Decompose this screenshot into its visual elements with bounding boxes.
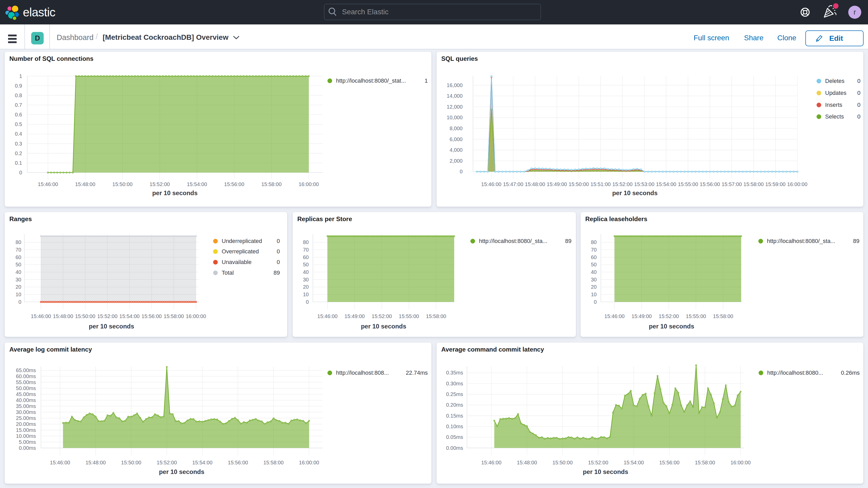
svg-text:35.00ms: 35.00ms [16, 403, 36, 409]
svg-text:15:49:00: 15:49:00 [547, 181, 567, 187]
svg-text:0: 0 [306, 299, 309, 305]
svg-text:0: 0 [460, 169, 463, 174]
svg-text:0.4: 0.4 [15, 131, 22, 137]
svg-text:per 10 seconds: per 10 seconds [159, 468, 205, 475]
svg-text:20: 20 [591, 284, 597, 290]
svg-text:15:48:00: 15:48:00 [53, 313, 73, 319]
svg-text:15:54:00: 15:54:00 [187, 181, 207, 187]
svg-text:6,000: 6,000 [450, 136, 463, 142]
svg-text:12,000: 12,000 [447, 104, 463, 110]
svg-text:15:52:00: 15:52:00 [97, 313, 118, 319]
svg-text:60: 60 [591, 254, 597, 260]
svg-text:15:59:00: 15:59:00 [765, 181, 786, 187]
svg-text:0: 0 [857, 90, 861, 96]
svg-text:10: 10 [591, 292, 597, 297]
svg-text:89: 89 [853, 238, 860, 244]
svg-text:80: 80 [591, 239, 597, 245]
svg-text:per 10 seconds: per 10 seconds [152, 189, 198, 196]
svg-text:Unavailable: Unavailable [222, 259, 252, 265]
svg-text:15.00ms: 15.00ms [16, 427, 36, 433]
svg-text:0.6: 0.6 [15, 112, 22, 118]
svg-text:50: 50 [303, 262, 309, 267]
svg-text:5.00ms: 5.00ms [19, 439, 36, 445]
svg-text:60: 60 [303, 254, 309, 260]
svg-text:15:48:00: 15:48:00 [525, 181, 545, 187]
svg-text:8,000: 8,000 [450, 125, 463, 131]
svg-text:0: 0 [277, 238, 280, 244]
svg-text:15:55:00: 15:55:00 [678, 181, 698, 187]
svg-text:15:54:00: 15:54:00 [192, 460, 213, 465]
svg-text:0.7: 0.7 [15, 102, 22, 108]
svg-text:30.00ms: 30.00ms [16, 409, 36, 415]
svg-text:30: 30 [303, 277, 309, 282]
svg-text:50: 50 [16, 262, 21, 267]
svg-text:0.5: 0.5 [15, 121, 22, 127]
svg-text:15:49:00: 15:49:00 [631, 313, 652, 319]
svg-text:30: 30 [16, 277, 21, 282]
svg-text:80: 80 [16, 239, 21, 245]
svg-text:14,000: 14,000 [447, 93, 463, 99]
svg-text:15:56:00: 15:56:00 [228, 460, 248, 465]
svg-text:per 10 seconds: per 10 seconds [89, 323, 134, 330]
svg-text:15:48:00: 15:48:00 [86, 460, 106, 465]
svg-text:40: 40 [303, 269, 309, 275]
svg-text:15:58:00: 15:58:00 [744, 181, 764, 187]
svg-text:20: 20 [303, 284, 309, 290]
svg-text:15:53:00: 15:53:00 [634, 181, 654, 187]
svg-text:0.8: 0.8 [15, 92, 22, 98]
svg-text:40: 40 [16, 269, 21, 275]
svg-text:0: 0 [594, 299, 597, 305]
svg-text:50.00ms: 50.00ms [16, 385, 36, 391]
svg-text:50: 50 [591, 262, 597, 267]
svg-text:Total: Total [222, 270, 234, 276]
svg-text:15:46:00: 15:46:00 [604, 313, 625, 319]
svg-text:15:58:00: 15:58:00 [261, 181, 282, 187]
svg-text:Deletes: Deletes [825, 78, 845, 84]
svg-text:15:47:00: 15:47:00 [503, 181, 523, 187]
svg-text:4,000: 4,000 [450, 147, 463, 153]
svg-text:15:48:00: 15:48:00 [75, 181, 95, 187]
svg-text:15:58:00: 15:58:00 [426, 313, 446, 319]
svg-text:15:48:00: 15:48:00 [517, 460, 537, 465]
svg-text:15:56:00: 15:56:00 [142, 313, 162, 319]
svg-text:0.35ms: 0.35ms [446, 370, 463, 375]
svg-text:0.10ms: 0.10ms [446, 424, 463, 429]
svg-text:15:55:00: 15:55:00 [399, 313, 419, 319]
svg-text:16:00:00: 16:00:00 [787, 181, 807, 187]
svg-text:15:52:00: 15:52:00 [612, 181, 632, 187]
svg-text:per 10 seconds: per 10 seconds [583, 468, 628, 475]
svg-text:15:50:00: 15:50:00 [553, 460, 573, 465]
svg-text:15:50:00: 15:50:00 [121, 460, 142, 465]
svg-text:16:00:00: 16:00:00 [299, 181, 319, 187]
svg-text:0.00ms: 0.00ms [19, 445, 36, 451]
svg-text:15:52:00: 15:52:00 [157, 460, 177, 465]
svg-text:Updates: Updates [825, 90, 846, 96]
svg-text:15:58:00: 15:58:00 [164, 313, 184, 319]
svg-text:0: 0 [19, 299, 21, 305]
svg-text:15:46:00: 15:46:00 [317, 313, 338, 319]
svg-text:70: 70 [591, 247, 597, 252]
svg-text:Underreplicated: Underreplicated [222, 238, 262, 244]
svg-text:2,000: 2,000 [450, 158, 463, 164]
svg-text:15:46:00: 15:46:00 [31, 313, 51, 319]
svg-text:89: 89 [565, 238, 571, 244]
svg-text:15:52:00: 15:52:00 [150, 181, 170, 187]
svg-text:16:00:00: 16:00:00 [186, 313, 206, 319]
svg-text:15:50:00: 15:50:00 [112, 181, 132, 187]
svg-text:15:51:00: 15:51:00 [590, 181, 611, 187]
svg-text:15:54:00: 15:54:00 [119, 313, 140, 319]
svg-text:45.00ms: 45.00ms [16, 391, 36, 397]
svg-text:20.00ms: 20.00ms [16, 421, 36, 427]
svg-text:0: 0 [277, 259, 280, 265]
svg-text:15:54:00: 15:54:00 [656, 181, 676, 187]
svg-text:1: 1 [19, 73, 22, 79]
svg-text:Overreplicated: Overreplicated [222, 248, 259, 255]
svg-text:0.15ms: 0.15ms [446, 413, 463, 419]
svg-text:0: 0 [277, 248, 280, 255]
svg-text:15:58:00: 15:58:00 [695, 460, 715, 465]
svg-text:15:52:00: 15:52:00 [659, 313, 679, 319]
svg-text:0: 0 [857, 113, 861, 120]
svg-text:0.2: 0.2 [15, 150, 22, 156]
svg-text:65.00ms: 65.00ms [16, 367, 36, 373]
svg-text:16:00:00: 16:00:00 [299, 460, 319, 465]
